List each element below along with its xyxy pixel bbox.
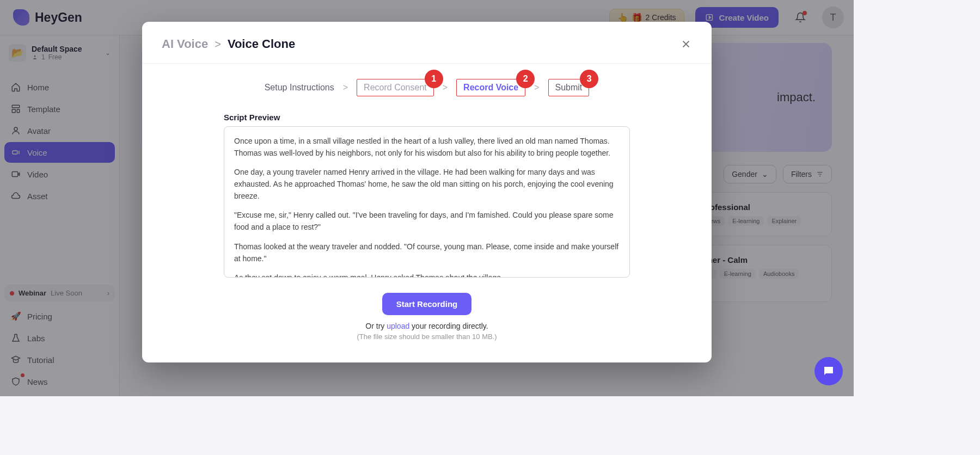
step-setup: Setup Instructions: [265, 83, 334, 93]
step-consent-label: Record Consent: [364, 83, 427, 92]
script-paragraph: Thomas looked at the weary traveler and …: [234, 241, 620, 265]
chat-icon: [822, 365, 835, 378]
or-try-text: Or try: [365, 322, 387, 330]
upload-line: Or try upload your recording directly.: [224, 322, 630, 330]
step-record-label: Record Voice: [463, 83, 518, 92]
modal-body: Script Preview Once upon a time, in a sm…: [142, 102, 712, 341]
step-record[interactable]: Record Voice 2: [456, 79, 525, 96]
step-submit[interactable]: Submit 3: [548, 79, 590, 96]
step-badge-3: 3: [580, 70, 598, 88]
chat-support-button[interactable]: [814, 357, 843, 385]
step-consent[interactable]: Record Consent 1: [357, 79, 434, 96]
start-recording-button[interactable]: Start Recording: [382, 293, 472, 315]
script-paragraph: "Excuse me, sir," Henry called out. "I'v…: [234, 210, 620, 233]
title-main: Voice Clone: [228, 37, 295, 51]
modal-title: AI Voice > Voice Clone: [162, 37, 295, 51]
after-upload-text: your recording directly.: [409, 322, 488, 330]
step-separator: >: [443, 83, 448, 93]
step-badge-2: 2: [516, 70, 535, 88]
voice-clone-modal: AI Voice > Voice Clone Setup Instruction…: [142, 22, 712, 362]
script-paragraph: One day, a young traveler named Henry ar…: [234, 167, 620, 202]
close-icon: [680, 38, 692, 50]
step-badge-1: 1: [425, 70, 443, 88]
script-preview-label: Script Preview: [224, 113, 630, 122]
step-separator: >: [534, 83, 539, 93]
upload-link[interactable]: upload: [387, 322, 409, 330]
script-preview-box[interactable]: Once upon a time, in a small village nes…: [224, 126, 630, 278]
title-prefix: AI Voice: [162, 37, 208, 51]
modal-header: AI Voice > Voice Clone: [142, 22, 712, 64]
modal-overlay[interactable]: AI Voice > Voice Clone Setup Instruction…: [0, 0, 854, 396]
step-submit-label: Submit: [555, 83, 583, 92]
script-paragraph: Once upon a time, in a small village nes…: [234, 136, 620, 159]
title-separator: >: [215, 38, 221, 51]
script-paragraph: As they sat down to enjoy a warm meal, H…: [234, 272, 620, 278]
step-separator: >: [343, 83, 348, 93]
steps-row: Setup Instructions > Record Consent 1 > …: [142, 64, 712, 102]
close-button[interactable]: [680, 38, 692, 50]
file-size-note: (The file size should be smaller than 10…: [224, 333, 630, 341]
